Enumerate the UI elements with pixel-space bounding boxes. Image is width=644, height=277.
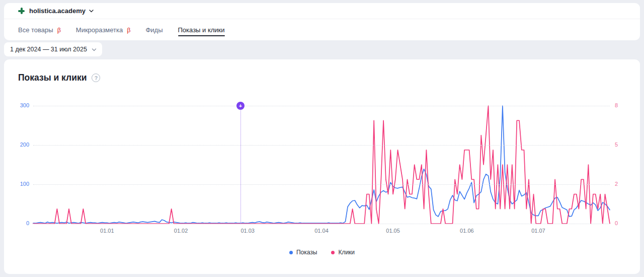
chevron-down-icon[interactable] xyxy=(89,9,94,13)
beta-badge: β xyxy=(127,27,130,34)
date-range-value: 1 дек 2024 — 31 июл 2025 xyxy=(10,46,87,53)
x-axis-tick: 01.04 xyxy=(310,228,333,234)
legend-dot-pink xyxy=(331,251,335,254)
left-axis-tick: 300 xyxy=(20,102,29,108)
tab-feeds[interactable]: Фиды xyxy=(145,19,163,41)
left-axis-tick: 200 xyxy=(20,142,29,148)
legend-label: Клики xyxy=(338,249,355,256)
series-line-Показы xyxy=(33,106,610,223)
legend-dot-blue xyxy=(289,251,293,254)
tab-label: Микроразметка xyxy=(76,26,123,34)
gridline xyxy=(33,145,610,146)
legend-item-impressions[interactable]: Показы xyxy=(289,249,317,256)
legend-label: Показы xyxy=(296,249,317,256)
right-axis-tick: 2 xyxy=(615,181,618,187)
right-axis-tick: 0 xyxy=(615,220,618,226)
tab-all-products[interactable]: Все товары β xyxy=(18,19,61,41)
x-axis-tick: 01.07 xyxy=(527,228,549,234)
gridline xyxy=(33,224,610,224)
impressions-clicks-card: Показы и клики ? 0100200300 0258 + 01.01… xyxy=(4,59,640,274)
tab-microdata[interactable]: Микроразметка β xyxy=(76,19,131,41)
chevron-down-icon xyxy=(92,47,96,52)
x-axis-tick: 01.02 xyxy=(170,228,192,234)
tab-label: Все товары xyxy=(18,26,53,34)
x-axis-tick: 01.06 xyxy=(456,228,478,234)
tab-label: Показы и клики xyxy=(178,26,225,34)
x-axis-tick: 01.03 xyxy=(236,228,259,234)
left-axis-labels: 0100200300 xyxy=(4,106,29,224)
series-svg xyxy=(33,106,610,224)
card-title-row: Показы и клики ? xyxy=(18,73,100,83)
annotation-marker[interactable]: + xyxy=(236,102,245,110)
x-axis-tick: 01.01 xyxy=(96,228,118,234)
gridline xyxy=(33,106,610,106)
beta-badge: β xyxy=(57,27,61,34)
chart-legend: Показы Клики xyxy=(4,249,640,256)
left-axis-tick: 0 xyxy=(26,220,29,226)
date-range-selector[interactable]: 1 дек 2024 — 31 июл 2025 xyxy=(4,42,102,56)
annotation-drop-line xyxy=(240,109,241,224)
legend-item-clicks[interactable]: Клики xyxy=(331,249,355,256)
right-axis-tick: 5 xyxy=(615,142,618,148)
site-favicon-icon xyxy=(18,8,25,14)
help-icon[interactable]: ? xyxy=(92,74,100,82)
series-line-Клики xyxy=(33,106,610,224)
top-panel: holistica.academy Все товары β Микроразм… xyxy=(4,3,640,40)
domain-name[interactable]: holistica.academy xyxy=(29,7,86,15)
card-title: Показы и клики xyxy=(18,73,87,83)
gridline xyxy=(33,184,610,185)
site-selector[interactable]: holistica.academy xyxy=(4,3,640,19)
left-axis-tick: 100 xyxy=(20,181,29,187)
x-axis-labels: 01.0101.0201.0301.0401.0501.0601.07 xyxy=(33,228,610,236)
tab-impressions-clicks[interactable]: Показы и клики xyxy=(178,19,225,41)
chart-plot-area[interactable]: + xyxy=(33,106,610,224)
x-axis-tick: 01.05 xyxy=(382,228,404,234)
tab-bar: Все товары β Микроразметка β Фиды Показы… xyxy=(4,19,640,41)
right-axis-labels: 0258 xyxy=(615,106,635,224)
right-axis-tick: 8 xyxy=(615,102,618,108)
tab-label: Фиды xyxy=(145,26,163,34)
page: { "header": { "domain": "holistica.acade… xyxy=(0,0,644,277)
